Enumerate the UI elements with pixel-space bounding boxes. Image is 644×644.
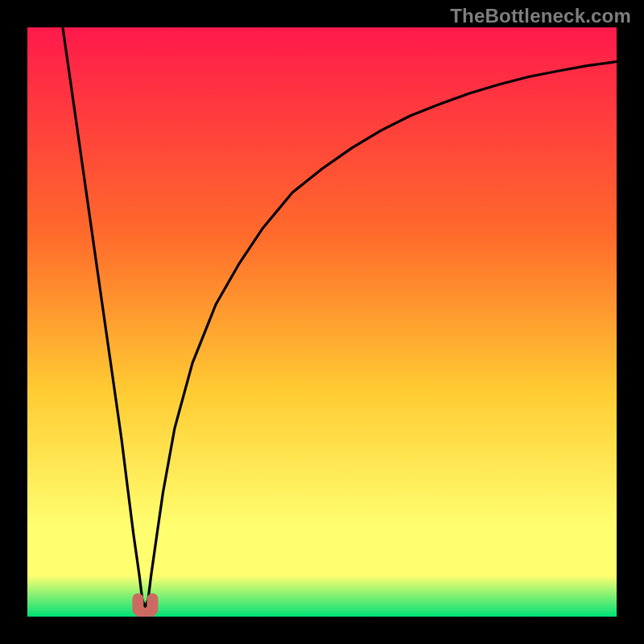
chart-frame: TheBottleneck.com: [0, 0, 644, 644]
gradient-background: [27, 27, 617, 617]
watermark-text: TheBottleneck.com: [450, 5, 631, 27]
plot-area: [27, 27, 617, 617]
plot-svg: [27, 27, 617, 617]
